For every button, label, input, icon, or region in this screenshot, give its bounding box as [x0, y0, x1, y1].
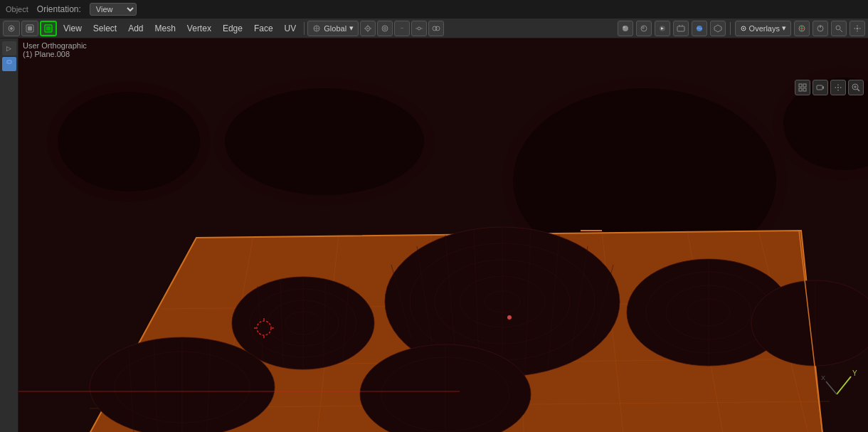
view-menu[interactable]: View [58, 21, 87, 36]
mode-icon[interactable] [3, 21, 20, 36]
scene-icon[interactable] [673, 21, 689, 36]
object-mode-label: Object [6, 5, 28, 14]
svg-point-132 [837, 87, 839, 88]
world-icon[interactable] [692, 21, 707, 36]
svg-text:X: X [821, 374, 825, 381]
svg-rect-3 [28, 26, 32, 31]
orientation-label: Orientation: [37, 4, 81, 14]
svg-line-134 [857, 89, 859, 91]
svg-rect-127 [803, 84, 806, 87]
overlays-button[interactable]: Overlays ▾ [735, 21, 791, 36]
svg-point-17 [384, 28, 386, 29]
object-icon[interactable] [710, 21, 726, 36]
svg-point-50 [225, 88, 424, 195]
transform-label: Global [324, 24, 346, 33]
separator-2 [730, 22, 731, 35]
viewport-nav-icon[interactable] [813, 21, 828, 36]
system-bar: Object Orientation: View Global Local No… [0, 0, 868, 19]
viewport-3d[interactable]: Y X [18, 38, 868, 432]
overlays-chevron: ▾ [782, 23, 786, 33]
add-menu[interactable]: Add [123, 21, 148, 36]
svg-point-116 [507, 315, 512, 320]
viewport-grid-icon[interactable] [795, 80, 810, 95]
svg-line-42 [840, 29, 843, 32]
pan-icon[interactable] [850, 21, 865, 36]
viewport-zoom-icon[interactable] [848, 80, 864, 95]
viewport-render-icon[interactable] [655, 21, 670, 36]
svg-point-48 [58, 92, 200, 191]
mesh-menu[interactable]: Mesh [150, 21, 181, 36]
gizmo-icon[interactable] [794, 21, 810, 36]
viewport-pan-icon[interactable] [830, 80, 846, 95]
viewport-top-right [795, 80, 864, 95]
svg-marker-32 [714, 25, 721, 32]
svg-point-1 [10, 27, 13, 30]
svg-point-10 [367, 28, 369, 29]
edit-mode-icon[interactable] [40, 21, 57, 36]
svg-text:Y: Y [852, 369, 857, 377]
menu-bar: View Select Add Mesh Vertex Edge Face UV… [0, 19, 868, 38]
viewport-render-solid[interactable] [618, 21, 633, 36]
svg-point-22 [435, 26, 440, 31]
select-menu[interactable]: Select [88, 21, 122, 36]
svg-rect-128 [799, 88, 802, 91]
svg-rect-126 [799, 84, 802, 87]
xray-icon[interactable] [428, 21, 444, 36]
svg-point-18 [418, 27, 420, 30]
svg-rect-130 [817, 85, 822, 90]
separator-1 [304, 22, 305, 35]
viewport-camera-icon[interactable] [813, 80, 828, 95]
svg-point-43 [857, 27, 859, 29]
viewport-display-icon[interactable] [21, 21, 38, 36]
uv-menu[interactable]: UV [280, 21, 302, 36]
svg-rect-5 [46, 26, 51, 31]
svg-point-34 [743, 28, 744, 29]
orientation-select[interactable]: View Global Local Normal [90, 3, 137, 16]
svg-rect-129 [803, 88, 806, 91]
viewport-scene: Y X [18, 38, 868, 432]
overlays-label: Overlays [749, 24, 780, 33]
sidebar-toolbar-icon-2[interactable] [2, 57, 16, 71]
svg-point-26 [642, 26, 645, 29]
snap-icon[interactable] [360, 21, 376, 36]
sidebar-toolbar-icon-1[interactable]: ▷ [2, 41, 16, 56]
vertex-menu[interactable]: Vertex [182, 21, 216, 36]
left-sidebar: ▷ [0, 38, 18, 432]
svg-rect-28 [677, 26, 684, 31]
search-icon[interactable] [831, 21, 847, 36]
edge-menu[interactable]: Edge [218, 21, 248, 36]
transform-chevron: ▾ [349, 23, 354, 33]
viewport-render-material[interactable] [636, 21, 652, 36]
svg-point-24 [623, 26, 625, 28]
proportional-icon[interactable] [377, 21, 393, 36]
menu-bar-right: Overlays ▾ [618, 21, 865, 36]
pivot-icon[interactable] [411, 21, 427, 36]
transform-selector[interactable]: Global ▾ [307, 21, 359, 36]
proportional-type-icon[interactable]: ~ [394, 21, 410, 36]
face-menu[interactable]: Face [249, 21, 278, 36]
svg-point-41 [836, 26, 840, 30]
